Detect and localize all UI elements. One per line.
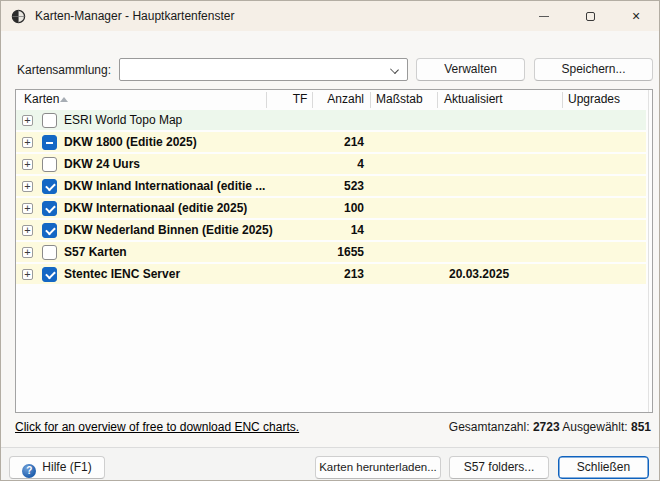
help-button-label: Hilfe (F1) bbox=[42, 460, 91, 474]
table-row[interactable]: + DKW 24 Uurs 4 bbox=[16, 154, 646, 176]
row-anzahl: 213 bbox=[312, 264, 364, 284]
row-checkbox[interactable] bbox=[42, 223, 57, 238]
column-header-aktualisiert[interactable]: Aktualisiert bbox=[444, 92, 503, 106]
totals-text: Gesamtanzahl: 2723 Ausgewählt: 851 bbox=[449, 420, 651, 434]
s57-folders-button[interactable]: S57 folders... bbox=[449, 456, 549, 479]
download-charts-button[interactable]: Karten herunterladen... bbox=[315, 456, 441, 479]
row-name: DKW Internationaal (editie 2025) bbox=[64, 198, 247, 218]
karten-manager-window: Karten-Manager - Hauptkartenfenster × Ka… bbox=[0, 0, 660, 481]
manage-button[interactable]: Verwalten bbox=[416, 58, 525, 81]
table-body: + ESRI World Topo Map + DKW 1800 (Editie… bbox=[16, 110, 646, 286]
expand-icon[interactable]: + bbox=[22, 225, 33, 236]
row-name: DKW Inland Internationaal (editie ... bbox=[64, 176, 265, 196]
column-header-karten[interactable]: Karten bbox=[24, 92, 59, 106]
save-button[interactable]: Speichern... bbox=[534, 58, 653, 81]
table-header: Karten TF Anzahl Maßstab Aktualisiert Up… bbox=[16, 90, 652, 110]
row-checkbox[interactable] bbox=[42, 135, 57, 150]
window-title: Karten-Manager - Hauptkartenfenster bbox=[35, 9, 234, 23]
expand-icon[interactable]: + bbox=[22, 159, 33, 170]
total-value: 2723 bbox=[533, 420, 560, 434]
table-row[interactable]: + DKW 1800 (Editie 2025) 214 bbox=[16, 132, 646, 154]
row-checkbox[interactable] bbox=[42, 113, 57, 128]
column-header-anzahl[interactable]: Anzahl bbox=[312, 92, 364, 106]
selected-label: Ausgewählt: bbox=[562, 420, 627, 434]
table-row[interactable]: + ESRI World Topo Map bbox=[16, 110, 646, 132]
row-name: Stentec IENC Server bbox=[64, 264, 180, 284]
expand-icon[interactable]: + bbox=[22, 115, 33, 126]
row-checkbox[interactable] bbox=[42, 157, 57, 172]
expand-icon[interactable]: + bbox=[22, 181, 33, 192]
selected-value: 851 bbox=[631, 420, 651, 434]
help-icon: ? bbox=[22, 464, 36, 478]
expand-icon[interactable]: + bbox=[22, 137, 33, 148]
row-anzahl: 523 bbox=[312, 176, 364, 196]
collection-combobox[interactable] bbox=[119, 58, 408, 81]
row-anzahl: 100 bbox=[312, 198, 364, 218]
row-checkbox[interactable] bbox=[42, 179, 57, 194]
column-separator bbox=[562, 92, 563, 108]
table-row[interactable]: + DKW Inland Internationaal (editie ... … bbox=[16, 176, 646, 198]
row-checkbox[interactable] bbox=[42, 267, 57, 282]
column-separator bbox=[437, 92, 438, 108]
row-name: DKW Nederland Binnen (Editie 2025) bbox=[64, 220, 273, 240]
expand-icon[interactable]: + bbox=[22, 203, 33, 214]
table-row[interactable]: + DKW Internationaal (editie 2025) 100 bbox=[16, 198, 646, 220]
expand-icon[interactable]: + bbox=[22, 269, 33, 280]
caption-buttons: × bbox=[521, 1, 659, 31]
chevron-down-icon bbox=[390, 65, 399, 74]
maximize-icon bbox=[586, 12, 595, 21]
table-row[interactable]: + Stentec IENC Server 213 20.03.2025 bbox=[16, 264, 646, 286]
row-name: DKW 1800 (Editie 2025) bbox=[64, 132, 197, 152]
column-separator bbox=[312, 92, 313, 108]
column-separator bbox=[266, 92, 267, 108]
enc-charts-link[interactable]: Click for an overview of free to downloa… bbox=[15, 420, 299, 434]
column-header-upgrades[interactable]: Upgrades bbox=[568, 92, 620, 106]
table-row[interactable]: + DKW Nederland Binnen (Editie 2025) 14 bbox=[16, 220, 646, 242]
minimize-button[interactable] bbox=[521, 1, 567, 31]
help-button[interactable]: ?Hilfe (F1) bbox=[9, 456, 105, 479]
row-name: DKW 24 Uurs bbox=[64, 154, 140, 174]
close-icon: × bbox=[632, 9, 640, 23]
scrollbar-gutter bbox=[648, 90, 649, 412]
minimize-icon bbox=[539, 16, 549, 17]
row-checkbox[interactable] bbox=[42, 201, 57, 216]
row-aktualisiert: 20.03.2025 bbox=[449, 264, 509, 284]
sort-asc-icon bbox=[60, 97, 68, 102]
total-label: Gesamtanzahl: bbox=[449, 420, 530, 434]
table-row[interactable]: + S57 Karten 1655 bbox=[16, 242, 646, 264]
expand-icon[interactable]: + bbox=[22, 247, 33, 258]
row-anzahl: 1655 bbox=[312, 242, 364, 262]
row-anzahl: 214 bbox=[312, 132, 364, 152]
row-checkbox[interactable] bbox=[42, 245, 57, 260]
column-separator bbox=[370, 92, 371, 108]
title-bar: Karten-Manager - Hauptkartenfenster × bbox=[1, 1, 659, 31]
collection-label: Kartensammlung: bbox=[17, 63, 111, 77]
bottom-bar: ?Hilfe (F1) Karten herunterladen... S57 … bbox=[1, 447, 659, 480]
schliessen-button[interactable]: Schließen bbox=[558, 456, 649, 479]
column-header-massstab[interactable]: Maßstab bbox=[376, 92, 423, 106]
row-anzahl: 14 bbox=[312, 220, 364, 240]
maximize-button[interactable] bbox=[567, 1, 613, 31]
close-button[interactable]: × bbox=[613, 1, 659, 31]
row-anzahl: 4 bbox=[312, 154, 364, 174]
row-name: S57 Karten bbox=[64, 242, 127, 262]
row-name: ESRI World Topo Map bbox=[64, 110, 182, 130]
app-globe-icon bbox=[11, 9, 26, 24]
charts-table: Karten TF Anzahl Maßstab Aktualisiert Up… bbox=[15, 89, 653, 413]
